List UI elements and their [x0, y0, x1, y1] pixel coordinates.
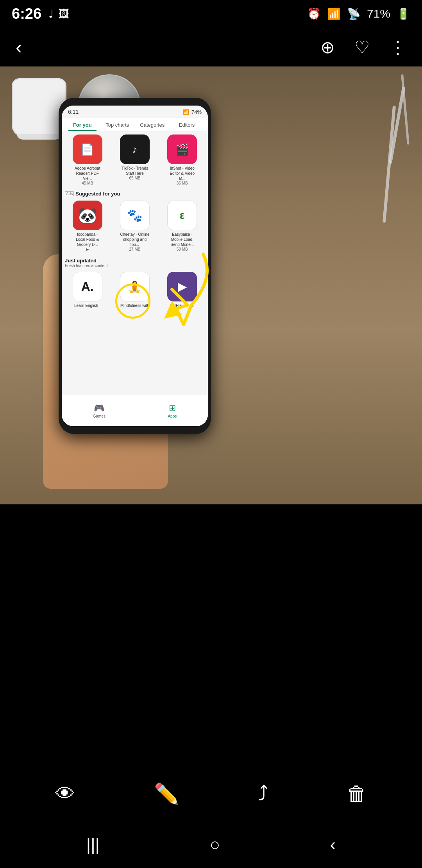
cheetay-name: Cheetay - Online shopping and foo... — [119, 232, 150, 247]
list-item[interactable]: A. Learn English - — [65, 272, 110, 308]
status-right: ⏰ 📶 📡 71% 🔋 — [307, 7, 410, 20]
wifi-icon: 📶 — [327, 7, 341, 20]
top-nav: ‹ ⊕ ♡ ⋮ — [0, 27, 422, 66]
phone-nav-apps[interactable]: ⊞ Apps — [168, 403, 177, 418]
phone-status-right: 📶 74% — [183, 109, 202, 115]
list-item[interactable]: 🐼 foodpanda - Local Food & Grocery D... … — [65, 201, 110, 251]
tab-categories[interactable]: Categories — [135, 118, 170, 131]
foodpanda-badge: ▶ — [86, 247, 89, 251]
phone-battery: 74% — [191, 109, 202, 115]
back-button-sys[interactable]: ‹ — [330, 835, 336, 854]
games-label: Games — [93, 414, 106, 418]
phone-time: 6:11 — [68, 109, 79, 115]
adobe-name: Adobe Acrobat Reader: PDF Vie... — [72, 166, 103, 181]
cable-2 — [383, 106, 396, 223]
ads-label: Ads — [65, 191, 74, 196]
apps-label: Apps — [168, 414, 177, 418]
photo-area: 6:11 📶 74% For you Top charts Cate — [0, 66, 422, 504]
status-time: 6:26 — [12, 5, 41, 22]
back-button[interactable]: ‹ — [16, 36, 22, 58]
system-nav: ||| ○ ‹ — [0, 821, 422, 868]
pencil-icon: ✏️ — [154, 782, 179, 806]
tab-for-you[interactable]: For you — [65, 118, 100, 131]
more-options-icon[interactable]: ⋮ — [389, 37, 406, 57]
cable-3 — [401, 74, 409, 145]
view-button[interactable]: 👁 — [55, 782, 75, 805]
ads-header: Ads Suggested for you — [62, 189, 208, 197]
phone-bottom-nav: 🎮 Games ⊞ Apps — [62, 395, 208, 426]
suggested-apps-row: 🐼 foodpanda - Local Food & Grocery D... … — [65, 201, 205, 251]
signal-icon: 📡 — [347, 7, 361, 20]
inshot-name: InShot - Video Editor & Video M... — [166, 166, 198, 181]
tab-editors[interactable]: Editors' — [170, 118, 205, 131]
battery-icon: 🔋 — [397, 7, 410, 20]
foodpanda-icon: 🐼 — [73, 201, 102, 230]
share-icon: ⤴ — [258, 782, 268, 805]
list-item[interactable]: ♪ TikTok - Trends Start Here 65 MB — [112, 135, 157, 185]
trash-icon: 🗑 — [347, 782, 367, 805]
cables — [344, 66, 422, 504]
favorite-icon[interactable]: ♡ — [354, 37, 370, 57]
phone-nav-games[interactable]: 🎮 Games — [93, 403, 106, 418]
edit-button[interactable]: ✏️ — [154, 782, 179, 806]
adobe-size: 45 MB — [82, 181, 93, 185]
image-icon: 🖼 — [58, 7, 69, 20]
featured-apps-row: 📄 Adobe Acrobat Reader: PDF Vie... 45 MB… — [65, 135, 205, 185]
foodpanda-name: foodpanda - Local Food & Grocery D... — [72, 232, 103, 247]
store-tabs: For you Top charts Categories Editors' — [62, 118, 208, 131]
music-note-icon: ♩ — [48, 7, 54, 20]
list-item[interactable]: 🐾 Cheetay - Online shopping and foo... 2… — [112, 201, 157, 251]
status-bar: 6:26 ♩ 🖼 ⏰ 📶 📡 71% 🔋 — [0, 0, 422, 27]
share-icon[interactable]: ⊕ — [320, 37, 335, 57]
phone-status-bar: 6:11 📶 74% — [62, 106, 208, 118]
games-icon: 🎮 — [94, 403, 104, 413]
apps-icon: ⊞ — [169, 403, 176, 413]
tab-top-charts[interactable]: Top charts — [100, 118, 135, 131]
bottom-actions: 👁 ✏️ ⤴ 🗑 — [0, 766, 422, 821]
featured-apps-section: 📄 Adobe Acrobat Reader: PDF Vie... 45 MB… — [62, 131, 208, 189]
inshot-size: 36 MB — [177, 181, 188, 185]
tiktok-icon: ♪ — [120, 135, 150, 164]
share-button[interactable]: ⤴ — [258, 782, 268, 805]
tiktok-name: TikTok - Trends Start Here — [119, 166, 150, 176]
easypaisa-icon: ε — [167, 201, 197, 230]
inshot-icon: 🎬 — [167, 135, 197, 164]
home-button[interactable]: ○ — [210, 835, 220, 854]
learn-english-icon: A. — [73, 272, 102, 301]
nav-right-icons: ⊕ ♡ ⋮ — [320, 37, 406, 57]
status-left: 6:26 ♩ 🖼 — [12, 5, 69, 22]
annotation-arrow — [106, 246, 223, 344]
learn-english-name: Learn English - — [74, 303, 100, 308]
phone-wifi-icon: 📶 — [183, 109, 189, 115]
list-item[interactable]: 🎬 InShot - Video Editor & Video M... 36 … — [160, 135, 205, 185]
battery-level: 71% — [367, 7, 390, 20]
delete-button[interactable]: 🗑 — [347, 782, 367, 805]
cheetay-icon: 🐾 — [120, 201, 150, 230]
alarm-icon: ⏰ — [307, 7, 321, 20]
list-item[interactable]: 📄 Adobe Acrobat Reader: PDF Vie... 45 MB — [65, 135, 110, 185]
tiktok-size: 65 MB — [129, 176, 141, 180]
menu-button[interactable]: ||| — [86, 835, 100, 854]
adobe-icon: 📄 — [73, 135, 102, 164]
list-item[interactable]: ε Easypaisa - Mobile Load, Send Mone... … — [160, 201, 205, 251]
suggested-title: Suggested for you — [75, 191, 120, 197]
easypaisa-name: Easypaisa - Mobile Load, Send Mone... — [166, 232, 198, 247]
status-icons: ♩ 🖼 — [48, 7, 69, 20]
eye-icon: 👁 — [55, 782, 75, 805]
